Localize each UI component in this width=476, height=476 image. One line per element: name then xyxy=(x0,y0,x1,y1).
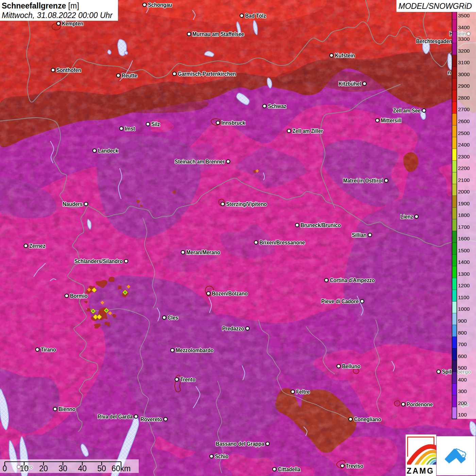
svg-text:Kufstein: Kufstein xyxy=(335,52,355,58)
svg-text:800: 800 xyxy=(458,330,467,336)
svg-text:400: 400 xyxy=(458,377,467,382)
svg-text:Garmisch-Partenkirchen: Garmisch-Partenkirchen xyxy=(178,71,236,77)
svg-text:500: 500 xyxy=(458,365,467,371)
svg-text:Kitzbühel: Kitzbühel xyxy=(339,81,361,87)
svg-text:Sonthofen: Sonthofen xyxy=(56,67,81,73)
svg-text:2200: 2200 xyxy=(458,165,470,171)
svg-text:60km: 60km xyxy=(112,464,131,473)
svg-text:Zell am See: Zell am See xyxy=(393,107,421,114)
svg-text:Rovereto: Rovereto xyxy=(140,416,162,422)
svg-text:Silz: Silz xyxy=(151,121,160,127)
svg-text:MODEL/SNOWGRiD: MODEL/SNOWGRiD xyxy=(398,2,472,11)
svg-text:Pieve di Cadore: Pieve di Cadore xyxy=(321,298,359,304)
svg-text:Mittersill: Mittersill xyxy=(381,117,401,123)
svg-text:1200: 1200 xyxy=(458,283,470,288)
svg-text:Bassano del Grappa: Bassano del Grappa xyxy=(216,441,265,447)
svg-text:Sillian: Sillian xyxy=(352,232,367,238)
svg-text:ZAMG: ZAMG xyxy=(407,466,434,475)
svg-text:Brixen/Bressanone: Brixen/Bressanone xyxy=(259,239,305,245)
svg-text:2800: 2800 xyxy=(458,95,470,101)
svg-text:3200: 3200 xyxy=(458,48,470,54)
svg-text:Cittadella: Cittadella xyxy=(278,466,301,472)
svg-text:2400: 2400 xyxy=(458,142,470,148)
svg-text:2600: 2600 xyxy=(458,118,470,124)
svg-text:1000: 1000 xyxy=(458,306,470,312)
svg-text:Bormio: Bormio xyxy=(70,293,87,299)
svg-text:Meran/Merano: Meran/Merano xyxy=(186,249,220,255)
svg-text:3000: 3000 xyxy=(458,71,470,77)
svg-text:Kempten: Kempten xyxy=(62,20,83,27)
svg-text:3400: 3400 xyxy=(458,24,470,30)
svg-text:2500: 2500 xyxy=(458,130,470,136)
svg-text:50: 50 xyxy=(97,464,106,473)
svg-text:Bruneck/Brunico: Bruneck/Brunico xyxy=(301,222,341,228)
svg-text:Zell am Ziller: Zell am Ziller xyxy=(292,128,323,134)
svg-text:Innsbruck: Innsbruck xyxy=(221,120,245,126)
svg-text:Bozen/Bolzano: Bozen/Bolzano xyxy=(212,290,248,296)
svg-text:600: 600 xyxy=(458,353,467,359)
svg-text:Schio: Schio xyxy=(215,453,228,459)
svg-text:2000: 2000 xyxy=(458,189,470,194)
svg-text:Zernez: Zernez xyxy=(29,243,46,249)
svg-text:900: 900 xyxy=(458,318,467,324)
svg-text:1100: 1100 xyxy=(458,294,470,300)
svg-text:3300: 3300 xyxy=(458,36,470,42)
svg-text:Berchtesgaden: Berchtesgaden xyxy=(416,38,452,44)
svg-text:n: n xyxy=(448,69,451,75)
svg-text:Belluno: Belluno xyxy=(342,363,360,369)
svg-text:Schwaz: Schwaz xyxy=(268,103,286,109)
svg-text:Schneefallgrenze [m]: Schneefallgrenze [m] xyxy=(2,1,79,10)
svg-text:Murnau am Staffelsee: Murnau am Staffelsee xyxy=(192,31,244,37)
svg-text:2100: 2100 xyxy=(458,177,470,183)
svg-text:Steinach am Brenner: Steinach am Brenner xyxy=(175,158,225,165)
svg-text:2700: 2700 xyxy=(458,106,470,112)
svg-text:1400: 1400 xyxy=(458,259,470,265)
svg-text:2900: 2900 xyxy=(458,83,470,89)
svg-text:700: 700 xyxy=(458,341,467,347)
svg-text:Cortina d'Ampezzo: Cortina d'Ampezzo xyxy=(330,277,375,283)
svg-text:1600: 1600 xyxy=(458,236,470,241)
svg-text:Imst: Imst xyxy=(125,125,135,132)
svg-text:10: 10 xyxy=(20,464,29,473)
svg-text:Predazzo: Predazzo xyxy=(222,325,244,332)
svg-text:1900: 1900 xyxy=(458,201,470,206)
svg-text:Nauders: Nauders xyxy=(63,201,83,207)
svg-text:1800: 1800 xyxy=(458,212,470,218)
svg-text:Schlanders/Silandro: Schlanders/Silandro xyxy=(74,258,123,264)
svg-text:1300: 1300 xyxy=(458,271,470,277)
svg-text:3100: 3100 xyxy=(458,60,470,65)
svg-text:2300: 2300 xyxy=(458,154,470,159)
svg-text:100: 100 xyxy=(458,412,467,418)
svg-text:Mezzolombardo: Mezzolombardo xyxy=(176,347,214,353)
svg-text:30: 30 xyxy=(58,464,67,473)
svg-text:Bienno: Bienno xyxy=(58,406,75,412)
svg-text:20: 20 xyxy=(39,464,48,473)
svg-text:Trento: Trento xyxy=(180,376,196,382)
svg-text:Pordenone: Pordenone xyxy=(407,401,433,407)
svg-text:Matrei in Osttirol: Matrei in Osttirol xyxy=(343,177,383,184)
svg-text:3500: 3500 xyxy=(458,13,470,18)
svg-text:Landeck: Landeck xyxy=(98,148,118,154)
svg-text:200: 200 xyxy=(458,400,467,406)
svg-text:Bad Tölz: Bad Tölz xyxy=(245,13,266,19)
svg-text:Riva del Garda: Riva del Garda xyxy=(98,413,133,420)
svg-text:Tirano: Tirano xyxy=(41,346,56,353)
svg-text:Sterzing/Vipiteno: Sterzing/Vipiteno xyxy=(226,201,267,207)
svg-text:Reutte: Reutte xyxy=(122,72,137,79)
svg-text:300: 300 xyxy=(458,388,467,394)
svg-text:Treviso: Treviso xyxy=(346,463,363,469)
svg-text:Mittwoch, 31.08.2022 00:00 Uhr: Mittwoch, 31.08.2022 00:00 Uhr xyxy=(2,11,113,20)
svg-text:Feltre: Feltre xyxy=(296,389,310,395)
svg-text:0: 0 xyxy=(3,464,7,473)
svg-text:Conegliano: Conegliano xyxy=(354,416,381,422)
svg-text:Cles: Cles xyxy=(168,314,178,321)
svg-text:1500: 1500 xyxy=(458,248,470,253)
svg-text:1700: 1700 xyxy=(458,224,470,230)
svg-text:Lienz: Lienz xyxy=(400,214,413,220)
svg-text:Schongau: Schongau xyxy=(148,2,172,8)
svg-text:40: 40 xyxy=(78,464,87,473)
